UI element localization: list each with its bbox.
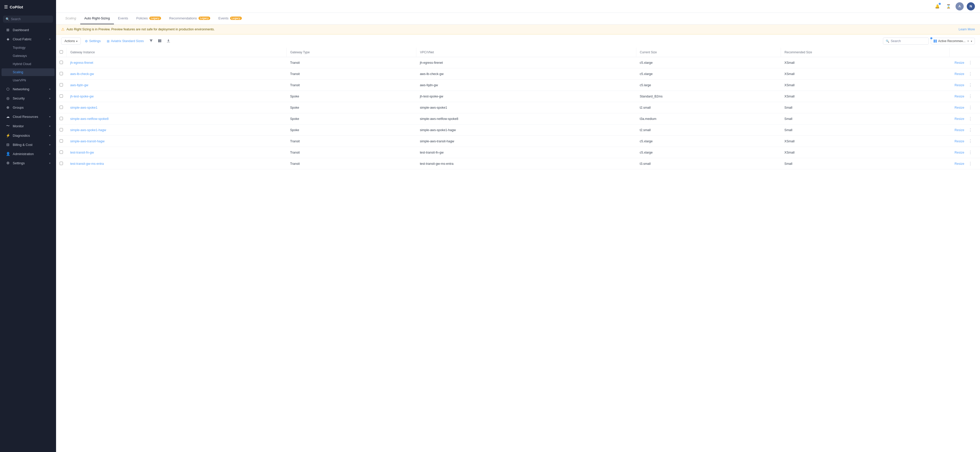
- sidebar-item-topology[interactable]: Topology: [2, 44, 54, 51]
- table-row: aws-lb-check-gw Transit aws-lb-check-gw …: [56, 69, 980, 80]
- sidebar-item-hybrid-cloud[interactable]: Hybrid Cloud: [2, 60, 54, 68]
- more-actions-button[interactable]: ⋮: [967, 138, 974, 144]
- row-checkbox[interactable]: [60, 94, 63, 98]
- notifications-button[interactable]: 🔔: [933, 2, 941, 10]
- sidebar-item-cloud-fabric[interactable]: ◈ Cloud Fabric ▾: [2, 35, 54, 43]
- sidebar-item-billing-cost[interactable]: ⊟ Billing & Cost ▾: [2, 140, 54, 149]
- tab-events-legacy[interactable]: Events Legacy: [214, 13, 246, 24]
- row-checkbox[interactable]: [60, 72, 63, 75]
- more-actions-button[interactable]: ⋮: [967, 93, 974, 99]
- resize-button[interactable]: Resize: [953, 72, 966, 77]
- gateway-instance-link[interactable]: test-transit-fn-gw: [70, 151, 94, 154]
- resize-button[interactable]: Resize: [953, 60, 966, 65]
- svg-rect-2: [161, 39, 161, 42]
- tab-events[interactable]: Events: [114, 13, 132, 24]
- row-checkbox[interactable]: [60, 61, 63, 64]
- chevron-down-icon: ▾: [49, 97, 51, 100]
- learn-more-link[interactable]: Learn More: [959, 27, 975, 31]
- gateway-instance-link[interactable]: aws-fqdn-gw: [70, 83, 88, 87]
- row-checkbox[interactable]: [60, 150, 63, 154]
- cell-row-actions: Resize ⋮: [950, 91, 980, 102]
- row-checkbox[interactable]: [60, 105, 63, 109]
- search-placeholder: Search: [11, 18, 21, 21]
- notification-badge: [939, 3, 941, 5]
- gateway-instance-link[interactable]: simple-aws-netflow-spoke8: [70, 117, 109, 121]
- row-checkbox[interactable]: [60, 117, 63, 120]
- gateway-instance-link[interactable]: simple-aws-transit-hagw: [70, 139, 105, 143]
- tab-recommendations[interactable]: Recommendations Legacy: [165, 13, 214, 24]
- actions-button[interactable]: Actions ▾: [61, 37, 81, 45]
- select-all-checkbox[interactable]: [60, 50, 63, 54]
- sidebar-item-groups[interactable]: ⊕ Groups: [2, 103, 54, 112]
- more-actions-button[interactable]: ⋮: [967, 60, 974, 65]
- row-checkbox[interactable]: [60, 83, 63, 86]
- download-button[interactable]: [165, 38, 172, 45]
- sidebar-item-cloud-resources[interactable]: ☁ Cloud Resources ▾: [2, 112, 54, 121]
- cell-gateway-type: Transit: [286, 69, 416, 80]
- col-gateway-instance: Gateway Instance: [67, 48, 287, 57]
- tab-policies[interactable]: Policies Legacy: [132, 13, 165, 24]
- settings-button[interactable]: ⚙ Settings: [83, 38, 103, 45]
- sidebar-item-diagnostics[interactable]: ⚡ Diagnostics ▾: [2, 131, 54, 140]
- row-checkbox[interactable]: [60, 162, 63, 165]
- cell-current-size: c5.large: [636, 80, 781, 91]
- row-checkbox-cell: [56, 125, 67, 136]
- menu-icon[interactable]: ☰: [4, 5, 8, 10]
- more-actions-button[interactable]: ⋮: [967, 116, 974, 122]
- resize-button[interactable]: Resize: [953, 139, 966, 144]
- more-actions-button[interactable]: ⋮: [967, 105, 974, 110]
- filter-chip-close-icon[interactable]: ✕: [967, 40, 969, 43]
- gateway-instance-link[interactable]: simple-aws-spoke1: [70, 106, 98, 109]
- sidebar-item-settings[interactable]: ⚙ Settings ▾: [2, 159, 54, 167]
- sidebar-item-networking[interactable]: ⬡ Networking ▾: [2, 85, 54, 93]
- resize-button[interactable]: Resize: [953, 128, 966, 133]
- more-actions-button[interactable]: ⋮: [967, 71, 974, 77]
- filter-chip-chevron-icon[interactable]: ▾: [971, 40, 972, 43]
- tab-scaling[interactable]: Scaling: [61, 13, 80, 24]
- cell-current-size: c5.xlarge: [636, 69, 781, 80]
- more-actions-button[interactable]: ⋮: [967, 127, 974, 133]
- user-avatar-a[interactable]: A: [956, 2, 964, 10]
- tab-label: Events: [218, 16, 229, 20]
- more-actions-button[interactable]: ⋮: [967, 150, 974, 155]
- timer-button[interactable]: ⌛: [944, 2, 953, 10]
- gateway-instance-link[interactable]: simple-aws-spoke1-hagw: [70, 128, 106, 132]
- toolbar: Actions ▾ ⚙ Settings ⊞ Aviatrix Standard…: [56, 34, 980, 48]
- search-box[interactable]: 🔍 Search: [883, 37, 929, 45]
- tab-auto-right-sizing[interactable]: Auto Right-Sizing: [80, 13, 114, 24]
- gateway-instance-link[interactable]: test-transit-gw-ms-entra: [70, 162, 104, 166]
- sidebar-search[interactable]: 🔍 Search: [3, 16, 53, 23]
- sidebar-item-gateways[interactable]: Gateways: [2, 52, 54, 60]
- row-checkbox[interactable]: [60, 139, 63, 142]
- gateway-instance-link[interactable]: aws-lb-check-gw: [70, 72, 94, 76]
- resize-button[interactable]: Resize: [953, 83, 966, 88]
- user-avatar-n[interactable]: N: [967, 2, 975, 10]
- active-filter-chip[interactable]: Active Recommен... ✕ ▾: [931, 38, 975, 45]
- cell-current-size: t2.small: [636, 125, 781, 136]
- sidebar-item-dashboard[interactable]: ⊞ Dashboard: [2, 26, 54, 34]
- gateway-instance-link[interactable]: jh-egress-firenet: [70, 61, 93, 64]
- sidebar-item-label: Settings: [13, 161, 25, 165]
- row-checkbox[interactable]: [60, 128, 63, 131]
- columns-button[interactable]: [156, 38, 163, 45]
- table-row: jh-test-spoke-gw Spoke jh-test-spoke-gw …: [56, 91, 980, 102]
- sidebar-item-security[interactable]: ◎ Security ▾: [2, 94, 54, 102]
- resize-button[interactable]: Resize: [953, 161, 966, 166]
- resize-button[interactable]: Resize: [953, 105, 966, 110]
- more-actions-button[interactable]: ⋮: [967, 161, 974, 166]
- more-actions-button[interactable]: ⋮: [967, 82, 974, 88]
- sidebar-item-scaling[interactable]: Scaling: [2, 69, 54, 76]
- sidebar-item-administration[interactable]: 👤 Administration ▾: [2, 150, 54, 158]
- aviatrix-sizes-button[interactable]: ⊞ Aviatrix Standard Sizes: [105, 38, 146, 45]
- filter-button[interactable]: [148, 38, 154, 45]
- sidebar-item-uservpn[interactable]: UserVPN: [2, 77, 54, 84]
- resize-button[interactable]: Resize: [953, 94, 966, 99]
- row-checkbox-cell: [56, 80, 67, 91]
- sidebar-item-monitor[interactable]: 〜 Monitor ▾: [2, 121, 54, 131]
- cell-gateway-type: Spoke: [286, 91, 416, 102]
- gateway-instance-link[interactable]: jh-test-spoke-gw: [70, 95, 94, 98]
- resize-button[interactable]: Resize: [953, 116, 966, 121]
- cell-recommended-size: Small: [781, 158, 950, 169]
- resize-button[interactable]: Resize: [953, 150, 966, 155]
- cell-vpc-vnet: simple-aws-spoke1-hagw: [416, 125, 636, 136]
